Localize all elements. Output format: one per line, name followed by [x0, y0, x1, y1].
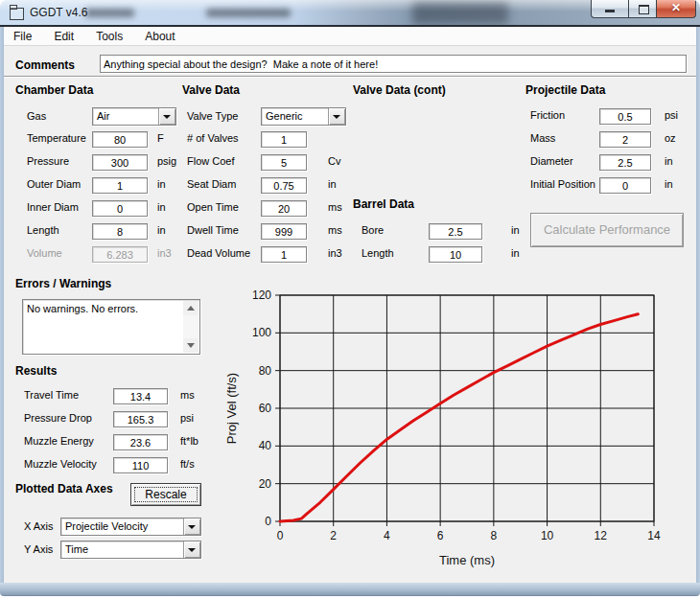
open-time-label: Open Time [187, 201, 239, 213]
travel-time-unit: ms [180, 389, 195, 401]
dead-volume-label: Dead Volume [187, 247, 250, 259]
open-time-input[interactable] [261, 200, 307, 217]
y-axis-combobox[interactable]: Time [60, 541, 201, 559]
svg-text:2: 2 [330, 529, 337, 542]
comments-input[interactable] [100, 55, 687, 73]
open-time-unit: ms [328, 201, 342, 213]
titlebar-glass-reflection [84, 9, 134, 17]
num-valves-input[interactable] [261, 131, 307, 148]
initial-position-input[interactable] [599, 177, 651, 194]
valve-type-combobox[interactable]: Generic [261, 107, 346, 126]
barrel-data-title: Barrel Data [353, 197, 414, 211]
window-controls: ✕ [591, 0, 696, 18]
mass-label: Mass [530, 132, 555, 144]
svg-text:10: 10 [541, 529, 554, 542]
svg-text:100: 100 [252, 326, 271, 339]
temperature-unit: F [157, 132, 164, 144]
titlebar[interactable]: GGDT v4.6 ✕ [0, 0, 700, 27]
valve-data-title: Valve Data [182, 83, 240, 97]
friction-input[interactable] [599, 108, 651, 125]
svg-text:14: 14 [647, 529, 661, 542]
outer-diam-input[interactable] [92, 177, 148, 194]
svg-text:80: 80 [259, 364, 272, 378]
chamber-length-label: Length [27, 224, 59, 236]
close-icon: ✕ [657, 1, 695, 14]
flow-coef-unit: Cv [328, 155, 340, 167]
svg-text:4: 4 [384, 529, 390, 542]
pressure-input[interactable] [92, 154, 148, 171]
menu-about[interactable]: About [135, 27, 184, 46]
chart-svg: 02468101214020406080100120Time (ms)Proj … [222, 268, 694, 583]
y-axis-label: Y Axis [24, 543, 53, 555]
bore-input[interactable] [429, 223, 482, 240]
mass-unit: oz [665, 132, 676, 144]
chevron-down-icon [188, 548, 196, 552]
temperature-label: Temperature [27, 132, 86, 144]
rescale-button[interactable]: Rescale [130, 483, 201, 506]
menu-tools[interactable]: Tools [86, 27, 132, 46]
svg-text:120: 120 [252, 288, 271, 302]
travel-time-value [113, 388, 168, 404]
scroll-up-button[interactable] [183, 301, 198, 315]
svg-text:0: 0 [277, 529, 284, 542]
chamber-length-unit: in [157, 224, 166, 236]
chevron-down-icon [333, 115, 340, 119]
valve-data-cont-title: Valve Data (cont) [353, 83, 446, 97]
gas-dropdown-button[interactable] [158, 108, 175, 125]
svg-text:60: 60 [259, 402, 272, 415]
velocity-chart: 02468101214020406080100120Time (ms)Proj … [222, 268, 694, 583]
window-title: GGDT v4.6 [30, 6, 87, 19]
rescale-label: Rescale [145, 488, 186, 501]
svg-text:12: 12 [595, 529, 608, 542]
pressure-drop-label: Pressure Drop [24, 412, 92, 424]
arrow-down-icon [187, 343, 195, 348]
muzzle-velocity-value [113, 457, 168, 473]
y-axis-value: Time [65, 543, 88, 555]
x-axis-dropdown-button[interactable] [183, 518, 200, 535]
x-axis-combobox[interactable]: Projectile Velocity [60, 518, 201, 536]
dwell-time-input[interactable] [261, 223, 307, 240]
valve-type-label: Valve Type [187, 110, 238, 122]
app-icon [10, 8, 24, 20]
scroll-down-button[interactable] [183, 338, 198, 353]
proj-diameter-input[interactable] [599, 154, 651, 171]
seat-diam-input[interactable] [261, 177, 307, 194]
minimize-button[interactable] [591, 0, 628, 18]
plotted-data-axes-title: Plotted Data Axes [15, 482, 113, 495]
mass-input[interactable] [599, 131, 651, 148]
errors-warnings-box[interactable]: No warnings. No errors. [22, 299, 200, 355]
valve-type-dropdown-button[interactable] [328, 108, 345, 125]
gas-combobox[interactable]: Air [92, 107, 176, 126]
maximize-button[interactable] [628, 0, 657, 18]
volume-input [92, 246, 148, 263]
divider [4, 76, 696, 78]
valve-type-value: Generic [266, 110, 303, 122]
inner-diam-unit: in [157, 201, 166, 213]
temperature-input[interactable] [92, 131, 148, 148]
gas-value: Air [97, 110, 109, 122]
chamber-length-input[interactable] [92, 223, 148, 240]
chevron-down-icon [188, 525, 196, 529]
titlebar-glass-reflection [412, 3, 508, 24]
arrow-up-icon [187, 306, 195, 311]
menu-file[interactable]: File [4, 27, 41, 46]
errors-warnings-title: Errors / Warnings [15, 277, 111, 290]
pressure-drop-value [113, 411, 168, 427]
dead-volume-input[interactable] [261, 246, 307, 263]
close-button[interactable]: ✕ [657, 0, 696, 18]
svg-text:Time (ms): Time (ms) [439, 553, 495, 567]
minimize-icon [605, 10, 615, 12]
inner-diam-input[interactable] [92, 200, 148, 217]
barrel-length-input[interactable] [429, 246, 482, 263]
maximize-icon [639, 5, 649, 14]
chamber-data-title: Chamber Data [15, 83, 93, 97]
seat-diam-unit: in [328, 178, 337, 190]
errors-scrollbar[interactable] [183, 301, 198, 353]
menu-edit[interactable]: Edit [44, 27, 83, 46]
y-axis-dropdown-button[interactable] [183, 541, 200, 558]
flow-coef-input[interactable] [261, 154, 307, 171]
window-border-right [696, 27, 700, 583]
calculate-performance-button[interactable]: Calculate Performance [530, 213, 684, 247]
barrel-length-label: Length [362, 247, 394, 259]
muzzle-energy-label: Muzzle Energy [24, 435, 94, 447]
